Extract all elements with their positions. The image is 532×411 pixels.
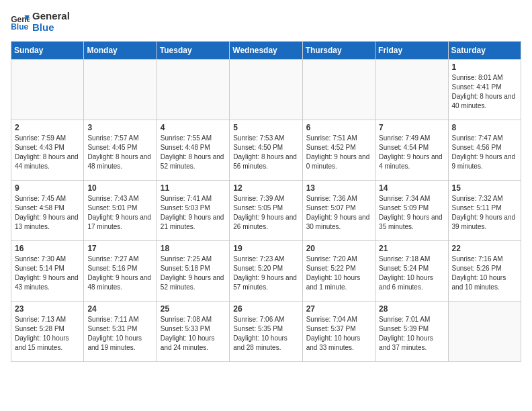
day-info: Sunrise: 7:30 AM Sunset: 5:14 PM Dayligh… — [15, 255, 80, 292]
day-number: 16 — [15, 244, 80, 253]
day-info: Sunrise: 7:13 AM Sunset: 5:28 PM Dayligh… — [15, 315, 80, 353]
svg-text:Blue: Blue — [11, 22, 28, 30]
day-number: 5 — [233, 123, 298, 132]
calendar-cell: 22Sunrise: 7:16 AM Sunset: 5:26 PM Dayli… — [448, 241, 521, 302]
logo: General Blue General Blue — [11, 11, 70, 33]
day-number: 17 — [87, 244, 152, 253]
day-number: 9 — [15, 183, 80, 193]
day-number: 26 — [233, 304, 298, 314]
weekday-header-saturday: Saturday — [448, 42, 521, 60]
weekday-header-wednesday: Wednesday — [230, 42, 302, 60]
day-info: Sunrise: 7:01 AM Sunset: 5:39 PM Dayligh… — [379, 315, 444, 353]
day-info: Sunrise: 7:36 AM Sunset: 5:07 PM Dayligh… — [306, 194, 371, 232]
day-info: Sunrise: 7:41 AM Sunset: 5:03 PM Dayligh… — [161, 194, 226, 232]
weekday-header-sunday: Sunday — [11, 42, 84, 60]
week-row-1: 2Sunrise: 7:59 AM Sunset: 4:43 PM Daylig… — [11, 120, 521, 181]
day-info: Sunrise: 7:59 AM Sunset: 4:43 PM Dayligh… — [15, 134, 80, 171]
day-number: 11 — [161, 183, 226, 193]
day-number: 28 — [379, 304, 444, 314]
calendar-cell: 23Sunrise: 7:13 AM Sunset: 5:28 PM Dayli… — [11, 302, 84, 362]
calendar-cell: 8Sunrise: 7:47 AM Sunset: 4:56 PM Daylig… — [448, 120, 521, 181]
calendar-cell — [11, 60, 84, 120]
calendar-cell: 27Sunrise: 7:04 AM Sunset: 5:37 PM Dayli… — [302, 302, 375, 362]
calendar-cell: 14Sunrise: 7:34 AM Sunset: 5:09 PM Dayli… — [375, 181, 448, 241]
day-info: Sunrise: 7:53 AM Sunset: 4:50 PM Dayligh… — [233, 134, 298, 171]
calendar-cell: 19Sunrise: 7:23 AM Sunset: 5:20 PM Dayli… — [230, 241, 302, 302]
calendar-cell: 26Sunrise: 7:06 AM Sunset: 5:35 PM Dayli… — [230, 302, 302, 362]
week-row-3: 16Sunrise: 7:30 AM Sunset: 5:14 PM Dayli… — [11, 241, 521, 302]
day-info: Sunrise: 7:51 AM Sunset: 4:52 PM Dayligh… — [306, 134, 371, 171]
calendar-cell — [157, 60, 229, 120]
week-row-2: 9Sunrise: 7:45 AM Sunset: 4:58 PM Daylig… — [11, 181, 521, 241]
calendar-cell: 17Sunrise: 7:27 AM Sunset: 5:16 PM Dayli… — [84, 241, 157, 302]
calendar-cell — [84, 60, 157, 120]
calendar-cell: 2Sunrise: 7:59 AM Sunset: 4:43 PM Daylig… — [11, 120, 84, 181]
day-info: Sunrise: 7:06 AM Sunset: 5:35 PM Dayligh… — [233, 315, 298, 353]
day-number: 4 — [161, 123, 226, 132]
calendar-cell: 6Sunrise: 7:51 AM Sunset: 4:52 PM Daylig… — [302, 120, 375, 181]
weekday-header-thursday: Thursday — [302, 42, 375, 60]
day-info: Sunrise: 7:27 AM Sunset: 5:16 PM Dayligh… — [87, 255, 152, 292]
logo-icon: General Blue — [11, 14, 30, 30]
calendar-cell: 16Sunrise: 7:30 AM Sunset: 5:14 PM Dayli… — [11, 241, 84, 302]
calendar-cell: 28Sunrise: 7:01 AM Sunset: 5:39 PM Dayli… — [375, 302, 448, 362]
day-info: Sunrise: 7:57 AM Sunset: 4:45 PM Dayligh… — [87, 134, 152, 171]
logo-blue: Blue — [32, 22, 70, 34]
calendar-cell: 1Sunrise: 8:01 AM Sunset: 4:41 PM Daylig… — [448, 60, 521, 120]
calendar-cell: 24Sunrise: 7:11 AM Sunset: 5:31 PM Dayli… — [84, 302, 157, 362]
day-number: 21 — [379, 244, 444, 253]
day-number: 22 — [452, 244, 517, 253]
calendar-cell: 9Sunrise: 7:45 AM Sunset: 4:58 PM Daylig… — [11, 181, 84, 241]
calendar-cell: 15Sunrise: 7:32 AM Sunset: 5:11 PM Dayli… — [448, 181, 521, 241]
week-row-0: 1Sunrise: 8:01 AM Sunset: 4:41 PM Daylig… — [11, 60, 521, 120]
week-row-4: 23Sunrise: 7:13 AM Sunset: 5:28 PM Dayli… — [11, 302, 521, 362]
day-info: Sunrise: 8:01 AM Sunset: 4:41 PM Dayligh… — [452, 73, 517, 111]
calendar-cell — [302, 60, 375, 120]
calendar-cell: 13Sunrise: 7:36 AM Sunset: 5:07 PM Dayli… — [302, 181, 375, 241]
day-number: 23 — [15, 304, 80, 314]
day-number: 3 — [87, 123, 152, 132]
day-info: Sunrise: 7:11 AM Sunset: 5:31 PM Dayligh… — [87, 315, 152, 353]
day-number: 14 — [379, 183, 444, 193]
day-info: Sunrise: 7:39 AM Sunset: 5:05 PM Dayligh… — [233, 194, 298, 232]
calendar-cell: 25Sunrise: 7:08 AM Sunset: 5:33 PM Dayli… — [157, 302, 229, 362]
calendar-cell: 20Sunrise: 7:20 AM Sunset: 5:22 PM Dayli… — [302, 241, 375, 302]
calendar-cell: 12Sunrise: 7:39 AM Sunset: 5:05 PM Dayli… — [230, 181, 302, 241]
day-info: Sunrise: 7:43 AM Sunset: 5:01 PM Dayligh… — [87, 194, 152, 232]
logo-general: General — [32, 11, 70, 22]
day-info: Sunrise: 7:47 AM Sunset: 4:56 PM Dayligh… — [452, 134, 517, 171]
day-number: 2 — [15, 123, 80, 132]
calendar-cell: 18Sunrise: 7:25 AM Sunset: 5:18 PM Dayli… — [157, 241, 229, 302]
weekday-row: SundayMondayTuesdayWednesdayThursdayFrid… — [11, 42, 521, 60]
day-number: 13 — [306, 183, 371, 193]
day-info: Sunrise: 7:23 AM Sunset: 5:20 PM Dayligh… — [233, 255, 298, 292]
day-number: 18 — [161, 244, 226, 253]
header: General Blue General Blue — [11, 11, 521, 33]
calendar-cell — [448, 302, 521, 362]
calendar-cell: 10Sunrise: 7:43 AM Sunset: 5:01 PM Dayli… — [84, 181, 157, 241]
calendar-cell: 21Sunrise: 7:18 AM Sunset: 5:24 PM Dayli… — [375, 241, 448, 302]
day-number: 19 — [233, 244, 298, 253]
calendar-body: 1Sunrise: 8:01 AM Sunset: 4:41 PM Daylig… — [11, 60, 521, 362]
calendar-cell: 11Sunrise: 7:41 AM Sunset: 5:03 PM Dayli… — [157, 181, 229, 241]
day-number: 7 — [379, 123, 444, 132]
day-info: Sunrise: 7:32 AM Sunset: 5:11 PM Dayligh… — [452, 194, 517, 232]
day-info: Sunrise: 7:34 AM Sunset: 5:09 PM Dayligh… — [379, 194, 444, 232]
weekday-header-friday: Friday — [375, 42, 448, 60]
calendar-cell: 5Sunrise: 7:53 AM Sunset: 4:50 PM Daylig… — [230, 120, 302, 181]
calendar-cell: 4Sunrise: 7:55 AM Sunset: 4:48 PM Daylig… — [157, 120, 229, 181]
day-number: 10 — [87, 183, 152, 193]
day-info: Sunrise: 7:18 AM Sunset: 5:24 PM Dayligh… — [379, 255, 444, 292]
day-info: Sunrise: 7:45 AM Sunset: 4:58 PM Dayligh… — [15, 194, 80, 232]
day-number: 1 — [452, 62, 517, 72]
day-number: 8 — [452, 123, 517, 132]
calendar-header: SundayMondayTuesdayWednesdayThursdayFrid… — [11, 42, 521, 60]
weekday-header-tuesday: Tuesday — [157, 42, 229, 60]
day-number: 20 — [306, 244, 371, 253]
weekday-header-monday: Monday — [84, 42, 157, 60]
calendar-table: SundayMondayTuesdayWednesdayThursdayFrid… — [11, 41, 521, 362]
calendar-cell — [375, 60, 448, 120]
day-number: 12 — [233, 183, 298, 193]
calendar-cell: 7Sunrise: 7:49 AM Sunset: 4:54 PM Daylig… — [375, 120, 448, 181]
day-info: Sunrise: 7:25 AM Sunset: 5:18 PM Dayligh… — [161, 255, 226, 292]
